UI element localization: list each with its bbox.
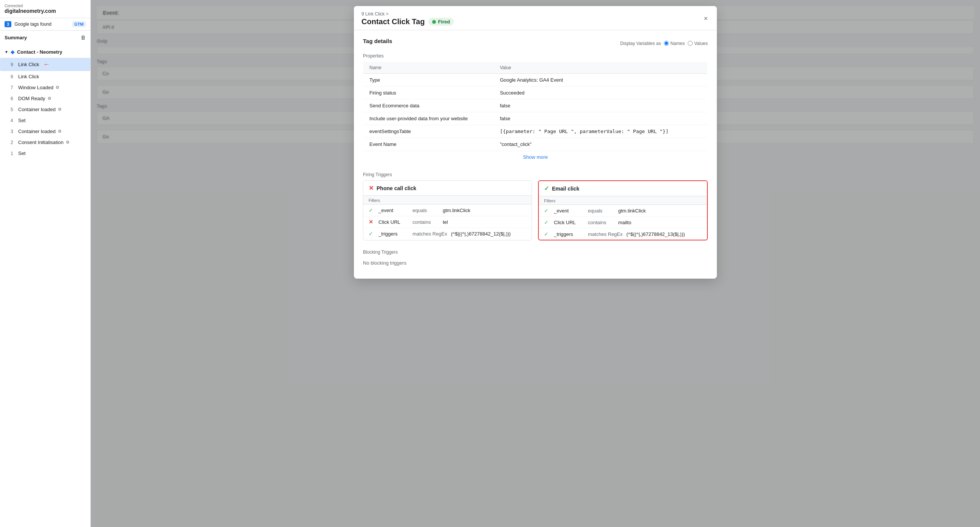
trigger-email-header: ✓ Email click — [539, 181, 707, 196]
filter-val: gtm.linkClick — [618, 208, 646, 213]
sidebar-item-2-consent[interactable]: 2 Consent Initialisation ⚙ — [0, 137, 91, 148]
table-row: Firing statusSucceeded — [363, 87, 708, 99]
sidebar-item-label: Set — [18, 150, 26, 156]
sidebar-item-4-set[interactable]: 4 Set — [0, 115, 91, 126]
sidebar-parent-item[interactable]: ▼ ◆ Contact - Neometry — [0, 46, 91, 58]
domain-name: digitalneometry.com — [5, 8, 86, 14]
connected-label: Connected — [5, 4, 86, 8]
fired-label: Fired — [438, 19, 450, 25]
prop-value: [{parameter: " Page URL ", parameterValu… — [494, 125, 707, 138]
check-icon: ✓ — [369, 231, 375, 237]
trigger-x-icon: ✕ — [369, 185, 374, 192]
sidebar-item-label: Container loaded — [18, 107, 56, 112]
sidebar-item-6-dom-ready[interactable]: 6 DOM Ready ⚙ — [0, 93, 91, 104]
filter-key: _triggers — [554, 231, 584, 237]
prop-name: Type — [363, 74, 494, 87]
trigger-card-email: ✓ Email click Filters ✓ _event equals gt… — [538, 180, 708, 240]
radio-names-label[interactable]: Names — [664, 41, 685, 46]
prop-name: Firing status — [363, 87, 494, 99]
sidebar-item-5-container-loaded[interactable]: 5 Container loaded ⚙ — [0, 104, 91, 115]
radio-values-label[interactable]: Values — [688, 41, 708, 46]
sidebar-item-num: 7 — [11, 85, 16, 90]
sidebar-item-num: 2 — [11, 140, 16, 145]
settings-icon: ⚙ — [58, 129, 62, 134]
filter-key: _event — [379, 207, 409, 213]
filter-val: (^$((^|,)67278842_13($|,))) — [627, 231, 685, 237]
modal-body: Tag details Display Variables as Names V… — [354, 30, 717, 279]
filter-key: Click URL — [379, 219, 409, 225]
sidebar-item-label: Window Loaded — [18, 85, 53, 90]
filter-op: contains — [588, 220, 614, 225]
filter-val: mailto — [618, 220, 632, 225]
filter-row: ✓ _event equals gtm.linkClick — [363, 205, 531, 216]
prop-name: eventSettingsTable — [363, 125, 494, 138]
sidebar: Connected digitalneometry.com 3 Google t… — [0, 0, 91, 527]
modal-title-row: Contact Click Tag Fired — [361, 18, 454, 26]
prop-value: false — [494, 112, 707, 125]
filter-op: contains — [412, 219, 439, 225]
filter-val: (^$|((^|,)67278842_12($|,))) — [451, 231, 511, 237]
tag-details-title: Tag details — [363, 38, 392, 44]
no-blocking-text: No blocking triggers — [363, 258, 708, 268]
sidebar-item-7-window-loaded[interactable]: 7 Window Loaded ⚙ — [0, 82, 91, 93]
triggers-grid: ✕ Phone call click Filters ✓ _event equa… — [363, 180, 708, 240]
filter-row: ✓ Click URL contains mailto — [539, 217, 707, 228]
prop-name: Include user-provided data from your web… — [363, 112, 494, 125]
gtm-badge: GTM — [72, 21, 86, 27]
sidebar-item-label: Link Click — [18, 74, 39, 80]
properties-table: Name Value TypeGoogle Analytics: GA4 Eve… — [363, 62, 708, 151]
fired-badge: Fired — [428, 18, 454, 26]
trigger-phone-header: ✕ Phone call click — [363, 181, 531, 196]
modal-header: 9 Link Click > Contact Click Tag Fired × — [354, 6, 717, 30]
modal-title: Contact Click Tag — [361, 18, 425, 26]
table-row: Send Ecommerce datafalse — [363, 99, 708, 112]
trigger-phone-title: Phone call click — [377, 185, 416, 191]
filter-op: matches RegEx — [588, 231, 623, 237]
prop-value: "contact_click" — [494, 138, 707, 151]
sidebar-item-label: Consent Initialisation — [18, 140, 64, 145]
settings-icon: ⚙ — [66, 140, 70, 145]
filter-row: ✓ _triggers matches RegEx (^$((^|,)67278… — [539, 228, 707, 240]
prop-value: false — [494, 99, 707, 112]
show-more-button[interactable]: Show more — [363, 151, 708, 163]
prop-name: Send Ecommerce data — [363, 99, 494, 112]
close-button[interactable]: × — [702, 13, 709, 24]
radio-values-input[interactable] — [688, 41, 693, 46]
col-name-header: Name — [363, 62, 494, 74]
sidebar-item-num: 1 — [11, 151, 16, 156]
sidebar-item-3-container-loaded[interactable]: 3 Container loaded ⚙ — [0, 126, 91, 137]
filter-op: equals — [588, 208, 614, 213]
filter-val: tel — [443, 219, 448, 225]
firing-triggers-label: Firing Triggers — [363, 172, 708, 177]
summary-label: Summary — [5, 35, 27, 40]
sidebar-item-9-link-click[interactable]: 9 Link Click ← — [0, 58, 91, 71]
firing-triggers-section: Firing Triggers ✕ Phone call click Filte… — [363, 172, 708, 240]
filter-op: equals — [412, 207, 439, 213]
filter-op: matches RegEx — [412, 231, 447, 237]
sidebar-item-num: 8 — [11, 74, 16, 80]
summary-bar: Summary 🗑 — [0, 30, 91, 44]
radio-names-input[interactable] — [664, 41, 669, 46]
fired-dot-icon — [432, 20, 436, 24]
table-row: TypeGoogle Analytics: GA4 Event — [363, 74, 708, 87]
table-row: eventSettingsTable[{parameter: " Page UR… — [363, 125, 708, 138]
filter-key: _event — [554, 208, 584, 213]
settings-icon: ⚙ — [56, 85, 59, 90]
trigger-check-icon: ✓ — [544, 185, 549, 192]
table-row: Include user-provided data from your web… — [363, 112, 708, 125]
sidebar-parent-label: Contact - Neometry — [17, 49, 62, 55]
red-arrow-icon: ← — [43, 61, 50, 68]
sidebar-item-num: 5 — [11, 107, 16, 112]
check-icon: ✓ — [544, 231, 550, 237]
sidebar-item-num: 3 — [11, 129, 16, 134]
check-icon: ✓ — [369, 207, 375, 213]
sidebar-item-1-set[interactable]: 1 Set — [0, 148, 91, 159]
sidebar-item-8-link-click[interactable]: 8 Link Click — [0, 71, 91, 82]
trash-icon[interactable]: 🗑 — [81, 34, 86, 40]
filter-row: ✓ _triggers matches RegEx (^$|((^|,)6727… — [363, 228, 531, 239]
check-icon: ✓ — [544, 207, 550, 213]
prop-value: Google Analytics: GA4 Event — [494, 74, 707, 87]
settings-icon: ⚙ — [58, 107, 62, 112]
tag-details-modal: 9 Link Click > Contact Click Tag Fired ×… — [354, 6, 717, 279]
radio-names-text: Names — [670, 41, 685, 46]
